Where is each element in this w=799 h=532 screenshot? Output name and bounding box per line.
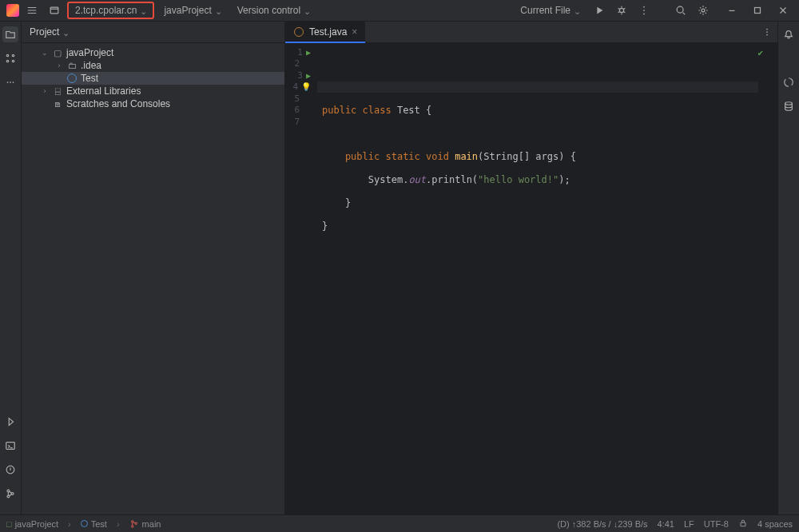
tree-external-libraries[interactable]: › ⌸ External Libraries [22,85,284,97]
svg-point-12 [7,81,9,83]
debug-button[interactable] [612,1,631,20]
tree-idea-folder[interactable]: › 🗀 .idea [22,59,284,72]
intellij-logo [6,4,19,17]
services-tool-icon[interactable] [2,414,18,430]
collapse-arrow-icon[interactable]: ⌄ [41,49,49,57]
chevron-down-icon[interactable] [62,29,69,35]
status-bar: □ javaProject Test main (D) ↑382 B/s / ↓… [0,514,799,532]
analysis-ok-icon[interactable]: ✔ [757,48,763,60]
project-panel-header: Project [22,22,284,43]
svg-point-19 [11,493,14,495]
network-status[interactable]: (D) ↑382 B/s / ↓239 B/s [557,519,647,529]
editor-tab-testjava[interactable]: Test.java × [285,22,365,43]
svg-rect-7 [755,8,761,14]
svg-point-4 [643,14,645,15]
svg-point-24 [131,520,133,522]
structure-tool-icon[interactable] [2,50,18,66]
project-tree: ⌄ ▢ javaProject › 🗀 .idea Test › ⌸ Exter… [22,43,284,514]
chevron-down-icon [215,7,221,14]
project-tool-icon[interactable] [2,26,18,42]
code-editor[interactable]: ✔ public class Test { public static void… [317,43,768,514]
svg-point-18 [7,495,10,498]
svg-point-3 [643,10,645,11]
file-encoding[interactable]: UTF-8 [704,519,729,529]
readonly-toggle-icon[interactable] [738,518,748,530]
database-tool-icon[interactable] [781,98,797,114]
top-menu-bar: 2.tcp.cpolar.cn javaProject Version cont… [0,0,799,22]
svg-point-20 [766,29,768,30]
svg-rect-0 [50,7,58,14]
notifications-icon[interactable] [781,26,797,42]
project-dropdown-label: javaProject [164,5,211,16]
svg-point-1 [619,8,623,12]
chevron-down-icon [574,7,580,14]
intention-bulb-icon[interactable]: 💡 [301,82,311,91]
run-button[interactable] [590,1,609,20]
folder-icon: 🗀 [66,60,78,71]
svg-rect-27 [741,522,745,526]
tree-label: External Libraries [66,85,141,97]
editor-tab-bar: Test.java × [285,22,777,43]
search-icon[interactable] [671,1,690,20]
remote-host-dropdown[interactable]: 2.tcp.cpolar.cn [67,2,154,19]
svg-point-26 [135,522,137,524]
window-maximize-button[interactable] [748,1,767,20]
svg-point-14 [13,81,14,83]
breadcrumb-project[interactable]: □ javaProject [6,519,58,529]
run-config-label: Current File [520,5,570,16]
tree-label: javaProject [66,47,113,58]
scratches-icon: 🗈 [52,98,63,109]
close-tab-icon[interactable]: × [352,26,357,38]
window-close-button[interactable] [773,1,793,20]
run-gutter-icon[interactable]: ▶ [306,71,311,80]
class-icon [66,73,78,84]
expand-arrow-icon[interactable]: › [55,62,63,69]
svg-point-8 [6,54,8,56]
right-tool-rail [777,22,799,514]
svg-point-13 [10,81,11,83]
svg-point-21 [766,31,768,33]
tree-root-project[interactable]: ⌄ ▢ javaProject [22,46,284,59]
git-tool-icon[interactable] [2,486,18,502]
vcs-dropdown[interactable]: Version control [231,2,316,19]
svg-point-5 [677,6,683,13]
caret-position[interactable]: 4:41 [658,519,674,529]
svg-point-25 [131,525,133,526]
svg-point-11 [12,60,14,62]
tab-options-icon[interactable] [757,22,777,43]
left-tool-rail [0,22,22,514]
svg-point-2 [643,6,645,8]
hamburger-menu-icon[interactable] [22,1,42,20]
project-dropdown[interactable]: javaProject [157,2,227,19]
expand-arrow-icon[interactable]: › [41,87,49,95]
settings-gear-icon[interactable] [694,1,713,20]
terminal-tool-icon[interactable] [2,438,18,454]
svg-point-9 [12,54,14,56]
breadcrumb-class[interactable]: Test [81,519,107,529]
editor-gutter: 1▶ 2 3▶ 4💡 5 6 7 [285,43,317,514]
git-branch[interactable]: main [129,519,161,529]
tree-test-class[interactable]: Test [22,72,284,85]
svg-point-6 [702,9,705,12]
tab-label: Test.java [309,26,347,38]
project-panel-title: Project [30,26,59,38]
remote-host-label: 2.tcp.cpolar.cn [75,5,137,16]
svg-point-17 [7,490,10,492]
error-stripe [768,43,777,514]
tree-scratches[interactable]: 🗈 Scratches and Consoles [22,97,284,110]
problems-tool-icon[interactable] [2,462,18,478]
run-config-dropdown[interactable]: Current File [514,2,586,19]
class-icon [293,26,304,38]
window-minimize-button[interactable] [722,1,741,20]
window-tab-icon[interactable] [45,1,64,20]
more-tools-icon[interactable] [2,74,18,90]
run-gutter-icon[interactable]: ▶ [306,48,311,57]
more-actions-icon[interactable] [634,1,654,20]
tree-label: Scratches and Consoles [66,98,170,109]
indent-settings[interactable]: 4 spaces [757,519,793,529]
editor-body[interactable]: 1▶ 2 3▶ 4💡 5 6 7 ✔ public class Test { p… [285,43,777,514]
line-ending[interactable]: LF [684,519,694,529]
chevron-down-icon [140,7,146,14]
ai-assistant-icon[interactable] [781,74,797,90]
editor-area: Test.java × 1▶ 2 3▶ 4💡 5 6 7 ✔ public cl… [285,22,777,514]
